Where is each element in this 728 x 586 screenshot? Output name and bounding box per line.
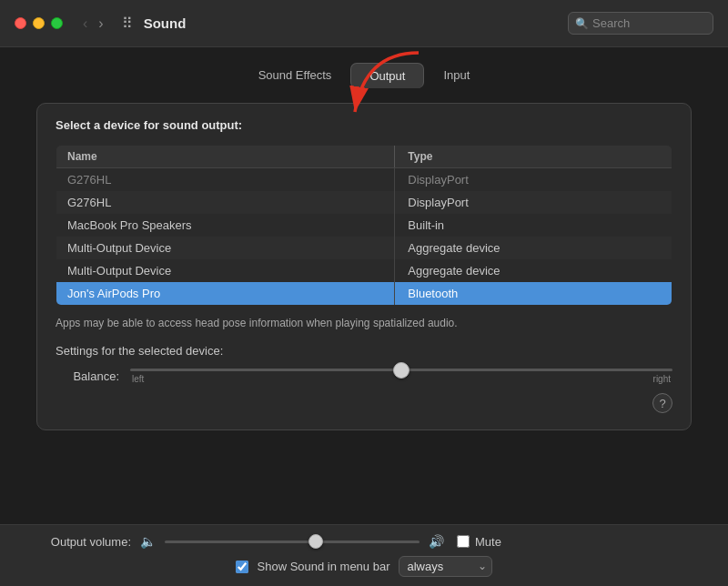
- balance-slider[interactable]: [130, 369, 672, 371]
- device-name-cell: Multi-Output Device: [56, 237, 395, 259]
- nav-arrows: ‹ ›: [79, 15, 107, 33]
- balance-row: Balance: left right: [56, 369, 672, 384]
- device-name-cell: Jon's AirPods Pro: [56, 282, 395, 306]
- balance-label: Balance:: [56, 369, 119, 383]
- device-type-cell: Built-in: [395, 214, 672, 237]
- balance-slider-wrap: left right: [130, 369, 672, 384]
- menubar-row: Show Sound in menu bar always when activ…: [22, 556, 706, 577]
- forward-button[interactable]: ›: [95, 15, 106, 33]
- device-table: Name Type G276HLDisplayPortG276HLDisplay…: [56, 145, 672, 306]
- device-type-cell: DisplayPort: [395, 191, 672, 214]
- col-type: Type: [395, 146, 672, 168]
- mute-checkbox[interactable]: [457, 535, 470, 548]
- volume-label: Output volume:: [22, 535, 131, 549]
- table-row[interactable]: Jon's AirPods ProBluetooth: [56, 282, 672, 306]
- volume-row: Output volume: 🔈 🔊 Mute: [22, 534, 706, 549]
- search-input[interactable]: [568, 12, 713, 35]
- window-title: Sound: [144, 15, 557, 31]
- show-in-menubar-checkbox[interactable]: [236, 561, 248, 573]
- device-type-cell: Bluetooth: [395, 282, 672, 306]
- minimize-button[interactable]: [33, 17, 45, 29]
- main-content: Sound Effects Output Input Select a devi…: [0, 47, 728, 524]
- device-name-cell: G276HL: [56, 191, 395, 214]
- table-row[interactable]: Multi-Output DeviceAggregate device: [56, 259, 672, 282]
- panel-container: Select a device for sound output: Name T…: [36, 103, 692, 430]
- volume-low-icon: 🔈: [140, 534, 156, 549]
- table-row[interactable]: Multi-Output DeviceAggregate device: [56, 237, 672, 259]
- output-panel: Select a device for sound output: Name T…: [36, 103, 692, 430]
- info-text: Apps may be able to access head pose inf…: [56, 315, 672, 331]
- mute-row: Mute: [457, 535, 501, 549]
- tab-input[interactable]: Input: [424, 62, 489, 88]
- panel-select-label: Select a device for sound output:: [56, 118, 672, 132]
- col-name: Name: [56, 146, 395, 168]
- table-row[interactable]: G276HLDisplayPort: [56, 168, 672, 192]
- titlebar: ‹ › ⠿ Sound 🔍: [0, 0, 728, 47]
- table-row[interactable]: G276HLDisplayPort: [56, 191, 672, 214]
- device-type-cell: Aggregate device: [395, 259, 672, 282]
- output-volume-slider[interactable]: [165, 541, 420, 543]
- settings-label: Settings for the selected device:: [56, 344, 672, 358]
- tab-output[interactable]: Output: [350, 63, 424, 88]
- help-button[interactable]: ?: [652, 393, 672, 413]
- table-row[interactable]: MacBook Pro SpeakersBuilt-in: [56, 214, 672, 237]
- device-name-cell: Multi-Output Device: [56, 259, 395, 282]
- traffic-lights: [15, 17, 63, 29]
- menubar-frequency-dropdown[interactable]: always when active never: [399, 556, 492, 577]
- grid-icon: ⠿: [122, 15, 133, 32]
- bottom-bar: Output volume: 🔈 🔊 Mute Show Sound in me…: [0, 524, 728, 586]
- device-name-cell: MacBook Pro Speakers: [56, 214, 395, 237]
- volume-high-icon: 🔊: [429, 534, 444, 549]
- tabs: Sound Effects Output Input: [239, 62, 490, 88]
- device-type-cell: DisplayPort: [395, 168, 672, 192]
- search-wrap: 🔍: [568, 12, 713, 35]
- maximize-button[interactable]: [51, 17, 63, 29]
- device-type-cell: Aggregate device: [395, 237, 672, 259]
- mute-label: Mute: [475, 535, 501, 549]
- close-button[interactable]: [15, 17, 26, 29]
- balance-left-label: left: [132, 374, 144, 384]
- menubar-label: Show Sound in menu bar: [258, 560, 390, 573]
- tab-sound-effects[interactable]: Sound Effects: [239, 62, 351, 88]
- balance-right-label: right: [653, 374, 671, 384]
- device-name-cell: G276HL: [56, 168, 395, 192]
- menubar-dropdown-container: always when active never: [399, 556, 492, 577]
- back-button[interactable]: ‹: [79, 15, 91, 33]
